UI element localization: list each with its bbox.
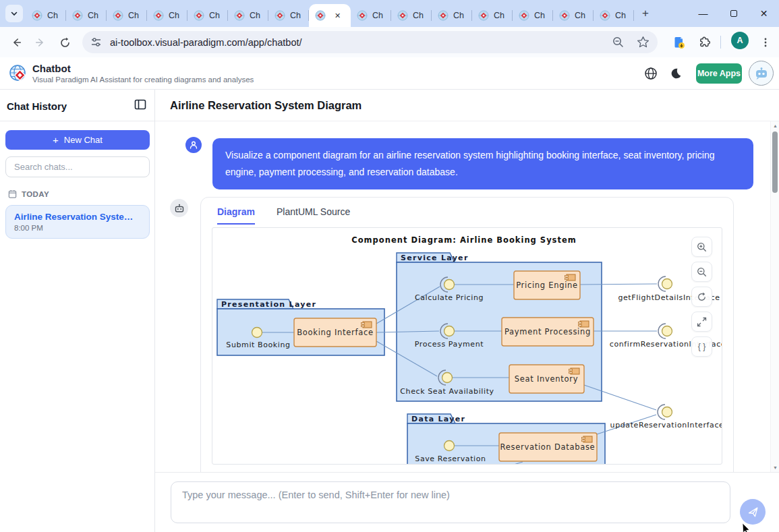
tab-diagram[interactable]: Diagram <box>217 206 255 225</box>
zoom-in-button[interactable] <box>691 237 712 257</box>
port-label-submit-booking: Submit Booking <box>226 341 290 349</box>
visual-paradigm-favicon <box>519 10 529 21</box>
browser-tab[interactable]: Ch <box>351 4 391 27</box>
visual-paradigm-favicon <box>72 10 83 21</box>
docs-extension-icon[interactable] <box>671 34 687 51</box>
new-chat-button[interactable]: + New Chat <box>5 130 150 150</box>
tab-title: Ch <box>575 11 585 20</box>
browser-toolbar: ai-toolbox.visual-paradigm.com/app/chatb… <box>0 27 779 57</box>
assistant-avatar <box>170 199 188 217</box>
component-label-booking-interface: Booking Interface <box>297 328 373 337</box>
tab-title: Ch <box>453 11 464 20</box>
sidebar-title: Chat History <box>7 100 67 112</box>
browser-window: ChChChChChChCh✕ChChChChChChCh + — ✕ ai-t… <box>0 0 779 532</box>
browser-menu-kebab-icon[interactable] <box>757 34 774 51</box>
browser-profile-avatar[interactable]: A <box>731 32 749 49</box>
url-text[interactable]: ai-toolbox.visual-paradigm.com/app/chatb… <box>110 37 612 48</box>
tab-title: Ch <box>250 11 260 20</box>
visual-paradigm-favicon <box>438 10 449 21</box>
browser-tab-active[interactable]: ✕ <box>309 4 351 27</box>
tab-title: Ch <box>615 11 626 20</box>
diagram-canvas[interactable]: Service Layer Presentation Layer Data La <box>212 227 722 465</box>
robot-icon <box>174 203 185 214</box>
user-message-avatar <box>185 137 202 153</box>
browser-tab[interactable]: Ch <box>107 4 147 27</box>
close-tab-icon[interactable]: ✕ <box>335 11 341 20</box>
scroll-up-arrow[interactable]: ▲ <box>771 123 779 128</box>
package-label-service: Service Layer <box>401 254 469 262</box>
chat-scrollbar[interactable]: ▲ ▼ <box>770 121 779 472</box>
visual-paradigm-favicon <box>153 10 164 21</box>
zoom-indicator-icon[interactable] <box>612 36 625 49</box>
more-apps-button[interactable]: More Apps <box>696 63 742 84</box>
chat-item-time: 8:00 PM <box>14 224 141 232</box>
browser-tab[interactable]: Ch <box>391 4 432 27</box>
app-header: Chatbot Visual Paradigm AI Assistant for… <box>0 57 779 90</box>
visual-paradigm-favicon <box>559 10 570 21</box>
diagram-title: Component Diagram: Airline Booking Syste… <box>351 235 577 245</box>
browser-tab[interactable]: Ch <box>187 4 228 27</box>
close-window-button[interactable]: ✕ <box>749 0 779 27</box>
refresh-button[interactable] <box>57 34 73 51</box>
tab-list: ChChChChChChCh✕ChChChChChChCh <box>26 0 634 27</box>
tab-title: Ch <box>128 11 139 20</box>
component-label-payment-processing: Payment Processing <box>504 327 591 336</box>
browser-tab[interactable]: Ch <box>513 4 553 27</box>
message-composer <box>155 472 779 532</box>
browser-tab[interactable]: Ch <box>66 4 107 27</box>
chat-message-area: Visualize a component diagram for an air… <box>155 121 779 472</box>
url-bar[interactable]: ai-toolbox.visual-paradigm.com/app/chatb… <box>82 31 658 53</box>
visual-paradigm-logo <box>9 64 27 85</box>
visual-paradigm-favicon <box>600 10 610 21</box>
forward-button[interactable] <box>32 34 49 51</box>
browser-tab[interactable]: Ch <box>26 4 66 27</box>
minimize-button[interactable]: — <box>688 0 718 27</box>
browser-tab[interactable]: Ch <box>147 4 187 27</box>
tab-title: Ch <box>372 11 383 20</box>
back-button[interactable] <box>8 34 24 51</box>
bookmark-star-icon[interactable] <box>637 36 650 49</box>
browser-tab[interactable]: Ch <box>553 4 594 27</box>
app-title: Chatbot <box>32 63 71 74</box>
chat-history-item[interactable]: Airline Reservation System Dia... 8:00 P… <box>5 205 150 239</box>
browser-tab[interactable]: Ch <box>268 4 309 27</box>
browser-tab[interactable]: Ch <box>594 4 634 27</box>
sidebar-divider <box>0 121 154 121</box>
language-globe-icon[interactable] <box>644 67 658 83</box>
site-settings-icon[interactable] <box>90 36 102 48</box>
visual-paradigm-favicon <box>234 10 245 21</box>
scrollbar-thumb[interactable] <box>772 131 778 193</box>
scroll-down-arrow[interactable]: ▼ <box>771 465 779 470</box>
component-label-seat-inventory: Seat Inventory <box>515 374 578 384</box>
tab-title: Ch <box>88 11 98 20</box>
new-tab-button[interactable]: + <box>637 5 654 22</box>
app-subtitle: Visual Paradigm AI Assistant for creatin… <box>32 76 254 84</box>
search-chats-input[interactable] <box>5 156 150 177</box>
browser-tab[interactable]: Ch <box>228 4 268 27</box>
send-button[interactable] <box>740 499 766 525</box>
reset-view-button[interactable] <box>691 287 712 307</box>
chat-history-sidebar: Chat History + New Chat TODAY Airline Re… <box>0 90 155 532</box>
tab-search-chevron-icon[interactable] <box>5 5 23 22</box>
mouse-cursor <box>742 523 753 532</box>
browser-tab[interactable]: Ch <box>472 4 513 27</box>
port-label-check-seat: Check Seat Availability <box>400 387 494 396</box>
browser-tab[interactable]: Ch <box>432 4 472 27</box>
view-source-button[interactable]: { } <box>691 336 712 357</box>
chat-item-title: Airline Reservation System Dia... <box>14 212 141 222</box>
extensions-puzzle-icon[interactable] <box>697 34 713 51</box>
dark-mode-moon-icon[interactable] <box>670 67 682 82</box>
maximize-button[interactable] <box>718 0 749 27</box>
assistant-reply-card: Diagram PlantUML Source Service Layer <box>200 197 734 472</box>
user-account-avatar[interactable] <box>749 61 774 86</box>
message-input[interactable] <box>171 481 730 523</box>
zoom-out-button[interactable] <box>691 262 712 282</box>
tab-title: Ch <box>290 11 301 20</box>
visual-paradigm-favicon <box>275 10 285 21</box>
user-message-bubble: Visualize a component diagram for an air… <box>212 138 753 189</box>
toolbar-separator <box>720 36 721 49</box>
collapse-panel-icon[interactable] <box>134 98 146 113</box>
fullscreen-button[interactable] <box>691 312 712 332</box>
tab-plantuml-source[interactable]: PlantUML Source <box>277 206 350 225</box>
interface-update-reservation: updateReservationInterface <box>610 405 722 430</box>
